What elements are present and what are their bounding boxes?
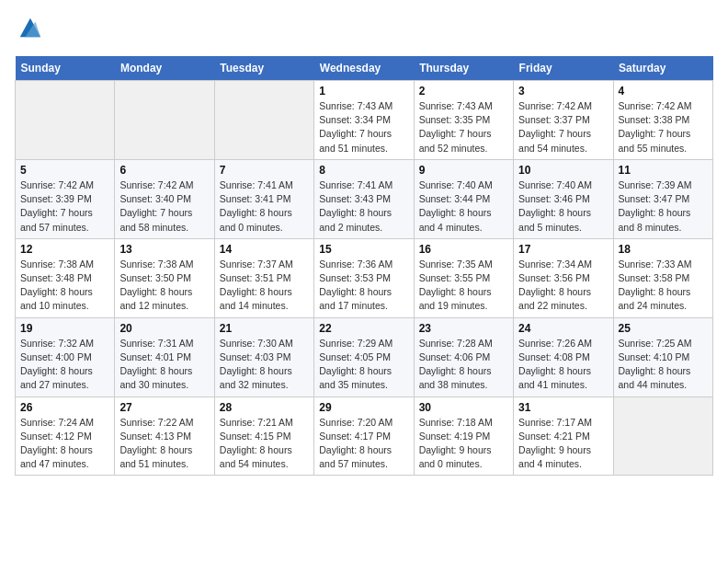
calendar-cell: 21Sunrise: 7:30 AM Sunset: 4:03 PM Dayli… [214,317,313,396]
day-number: 2 [419,85,508,98]
calendar-cell: 17Sunrise: 7:34 AM Sunset: 3:56 PM Dayli… [514,238,613,317]
day-number: 12 [20,243,109,256]
day-info: Sunrise: 7:43 AM Sunset: 3:35 PM Dayligh… [419,99,508,155]
weekday-header: Saturday [613,56,712,81]
day-info: Sunrise: 7:18 AM Sunset: 4:19 PM Dayligh… [419,416,508,472]
calendar-cell: 24Sunrise: 7:26 AM Sunset: 4:08 PM Dayli… [514,317,613,396]
page-header [15,15,713,45]
day-info: Sunrise: 7:38 AM Sunset: 3:48 PM Dayligh… [20,258,109,314]
logo-text [15,15,42,45]
weekday-header: Friday [514,56,613,81]
day-info: Sunrise: 7:43 AM Sunset: 3:34 PM Dayligh… [319,99,408,155]
weekday-header: Thursday [414,56,513,81]
calendar-week-row: 19Sunrise: 7:32 AM Sunset: 4:00 PM Dayli… [16,317,713,396]
day-info: Sunrise: 7:40 AM Sunset: 3:46 PM Dayligh… [518,178,608,235]
day-number: 8 [319,164,408,177]
day-info: Sunrise: 7:42 AM Sunset: 3:38 PM Dayligh… [619,99,708,155]
calendar-week-row: 1Sunrise: 7:43 AM Sunset: 3:34 PM Daylig… [16,81,713,160]
day-info: Sunrise: 7:35 AM Sunset: 3:55 PM Dayligh… [419,258,508,314]
day-info: Sunrise: 7:29 AM Sunset: 4:05 PM Dayligh… [319,337,408,393]
day-number: 30 [419,401,508,414]
day-info: Sunrise: 7:38 AM Sunset: 3:50 PM Dayligh… [119,258,209,314]
day-number: 17 [518,243,608,256]
calendar-table: SundayMondayTuesdayWednesdayThursdayFrid… [15,56,713,476]
calendar-cell: 20Sunrise: 7:31 AM Sunset: 4:01 PM Dayli… [115,317,214,396]
calendar-cell: 22Sunrise: 7:29 AM Sunset: 4:05 PM Dayli… [314,317,414,396]
calendar-cell: 8Sunrise: 7:41 AM Sunset: 3:43 PM Daylig… [314,159,414,238]
calendar-cell: 5Sunrise: 7:42 AM Sunset: 3:39 PM Daylig… [16,159,115,238]
day-info: Sunrise: 7:24 AM Sunset: 4:12 PM Dayligh… [20,416,109,472]
calendar-cell: 7Sunrise: 7:41 AM Sunset: 3:41 PM Daylig… [214,159,313,238]
calendar-cell: 11Sunrise: 7:39 AM Sunset: 3:47 PM Dayli… [613,159,712,238]
logo-icon [17,15,42,40]
logo [15,15,42,45]
calendar-cell: 27Sunrise: 7:22 AM Sunset: 4:13 PM Dayli… [115,396,214,476]
calendar-cell: 30Sunrise: 7:18 AM Sunset: 4:19 PM Dayli… [414,396,513,476]
day-number: 29 [319,401,408,414]
calendar-cell: 16Sunrise: 7:35 AM Sunset: 3:55 PM Dayli… [414,238,513,317]
calendar-cell: 6Sunrise: 7:42 AM Sunset: 3:40 PM Daylig… [115,159,214,238]
calendar-week-row: 12Sunrise: 7:38 AM Sunset: 3:48 PM Dayli… [16,238,713,317]
day-info: Sunrise: 7:17 AM Sunset: 4:21 PM Dayligh… [518,416,608,472]
day-number: 18 [619,243,708,256]
calendar-cell: 9Sunrise: 7:40 AM Sunset: 3:44 PM Daylig… [414,159,513,238]
day-number: 14 [220,243,309,256]
day-number: 7 [220,164,309,177]
day-info: Sunrise: 7:42 AM Sunset: 3:39 PM Dayligh… [20,178,109,235]
day-number: 16 [419,243,508,256]
calendar-cell: 14Sunrise: 7:37 AM Sunset: 3:51 PM Dayli… [214,238,313,317]
calendar-cell: 1Sunrise: 7:43 AM Sunset: 3:34 PM Daylig… [314,81,414,160]
day-info: Sunrise: 7:26 AM Sunset: 4:08 PM Dayligh… [518,337,608,393]
day-number: 22 [319,322,408,335]
day-number: 31 [518,401,608,414]
calendar-cell: 4Sunrise: 7:42 AM Sunset: 3:38 PM Daylig… [613,81,712,160]
day-info: Sunrise: 7:34 AM Sunset: 3:56 PM Dayligh… [518,258,608,314]
day-info: Sunrise: 7:41 AM Sunset: 3:41 PM Dayligh… [220,178,309,235]
day-info: Sunrise: 7:36 AM Sunset: 3:53 PM Dayligh… [319,258,408,314]
calendar-cell: 10Sunrise: 7:40 AM Sunset: 3:46 PM Dayli… [514,159,613,238]
calendar-cell [115,81,214,160]
calendar-cell: 12Sunrise: 7:38 AM Sunset: 3:48 PM Dayli… [16,238,115,317]
day-info: Sunrise: 7:41 AM Sunset: 3:43 PM Dayligh… [319,178,408,235]
day-number: 28 [220,401,309,414]
calendar-week-row: 26Sunrise: 7:24 AM Sunset: 4:12 PM Dayli… [16,396,713,476]
day-number: 20 [119,322,209,335]
calendar-cell: 3Sunrise: 7:42 AM Sunset: 3:37 PM Daylig… [514,81,613,160]
day-info: Sunrise: 7:32 AM Sunset: 4:00 PM Dayligh… [20,337,109,393]
day-number: 11 [619,164,708,177]
calendar-cell: 25Sunrise: 7:25 AM Sunset: 4:10 PM Dayli… [613,317,712,396]
day-info: Sunrise: 7:39 AM Sunset: 3:47 PM Dayligh… [619,178,708,235]
calendar-cell: 13Sunrise: 7:38 AM Sunset: 3:50 PM Dayli… [115,238,214,317]
calendar-cell [613,396,712,476]
day-number: 1 [319,85,408,98]
day-info: Sunrise: 7:37 AM Sunset: 3:51 PM Dayligh… [220,258,309,314]
day-number: 26 [20,401,109,414]
calendar-cell: 28Sunrise: 7:21 AM Sunset: 4:15 PM Dayli… [214,396,313,476]
calendar-cell: 2Sunrise: 7:43 AM Sunset: 3:35 PM Daylig… [414,81,513,160]
day-info: Sunrise: 7:25 AM Sunset: 4:10 PM Dayligh… [619,337,708,393]
calendar-cell [214,81,313,160]
weekday-header: Wednesday [314,56,414,81]
calendar-cell: 29Sunrise: 7:20 AM Sunset: 4:17 PM Dayli… [314,396,414,476]
weekday-header: Monday [115,56,214,81]
day-info: Sunrise: 7:21 AM Sunset: 4:15 PM Dayligh… [220,416,309,472]
day-info: Sunrise: 7:42 AM Sunset: 3:37 PM Dayligh… [518,99,608,155]
day-number: 25 [619,322,708,335]
calendar-cell: 23Sunrise: 7:28 AM Sunset: 4:06 PM Dayli… [414,317,513,396]
day-number: 13 [119,243,209,256]
day-number: 10 [518,164,608,177]
day-number: 3 [518,85,608,98]
day-number: 15 [319,243,408,256]
day-number: 5 [20,164,109,177]
calendar-cell: 18Sunrise: 7:33 AM Sunset: 3:58 PM Dayli… [613,238,712,317]
day-number: 6 [119,164,209,177]
day-number: 23 [419,322,508,335]
day-info: Sunrise: 7:28 AM Sunset: 4:06 PM Dayligh… [419,337,508,393]
day-info: Sunrise: 7:31 AM Sunset: 4:01 PM Dayligh… [119,337,209,393]
calendar-cell: 15Sunrise: 7:36 AM Sunset: 3:53 PM Dayli… [314,238,414,317]
calendar-week-row: 5Sunrise: 7:42 AM Sunset: 3:39 PM Daylig… [16,159,713,238]
day-number: 27 [119,401,209,414]
weekday-header: Sunday [16,56,115,81]
day-number: 4 [619,85,708,98]
day-info: Sunrise: 7:22 AM Sunset: 4:13 PM Dayligh… [119,416,209,472]
